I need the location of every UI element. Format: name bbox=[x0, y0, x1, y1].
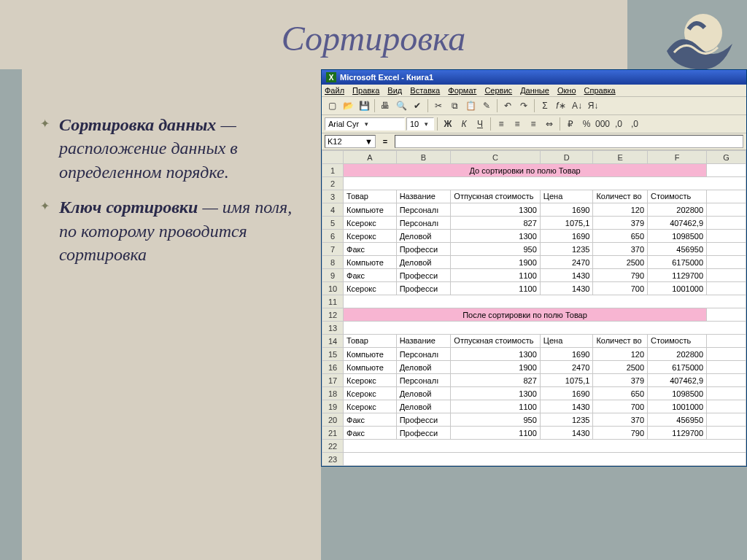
row-header[interactable]: 8 bbox=[322, 256, 344, 269]
function-icon[interactable]: f∗ bbox=[554, 98, 568, 113]
table-row: 5КсероксПерсоналı8271075,1379407462,9 bbox=[322, 217, 746, 230]
col-G[interactable]: G bbox=[707, 151, 746, 164]
percent-icon[interactable]: % bbox=[579, 117, 594, 131]
row-header[interactable]: 16 bbox=[322, 361, 344, 374]
row-header[interactable]: 19 bbox=[322, 400, 344, 413]
slide-body: Сортировка данных — расположение данных … bbox=[40, 113, 310, 278]
name-box-value: K12 bbox=[328, 137, 342, 146]
row-header[interactable]: 6 bbox=[322, 230, 344, 243]
font-name-value: Arial Cyr bbox=[328, 120, 359, 128]
sort-asc-icon[interactable]: А↓ bbox=[570, 98, 584, 113]
menu-data[interactable]: Данные bbox=[520, 86, 549, 95]
redo-icon[interactable]: ↷ bbox=[516, 98, 531, 113]
select-all-cell[interactable] bbox=[322, 151, 344, 164]
col-E[interactable]: E bbox=[593, 151, 648, 164]
table-row: 10КсероксПрофесси110014307001001000 bbox=[322, 282, 746, 295]
table-row: 7ФаксПрофесси9501235370456950 bbox=[322, 243, 746, 256]
row-header[interactable]: 7 bbox=[322, 243, 344, 256]
paste-icon[interactable]: 📋 bbox=[463, 98, 478, 113]
copy-icon[interactable]: ⧉ bbox=[447, 98, 462, 113]
table-header-before: 3 Товар Название Отпускная стоимость Цен… bbox=[322, 190, 746, 203]
dec-decimal-icon[interactable]: ,0 bbox=[627, 117, 642, 131]
menu-tools[interactable]: Сервис bbox=[484, 86, 512, 95]
window-titlebar[interactable]: X Microsoft Excel - Книга1 bbox=[322, 70, 746, 85]
bullet-1: Сортировка данных — расположение данных … bbox=[40, 113, 310, 184]
row-header[interactable]: 15 bbox=[322, 348, 344, 361]
font-size-value: 10 bbox=[410, 120, 419, 128]
row-header[interactable]: 5 bbox=[322, 217, 344, 230]
formula-equals[interactable]: = bbox=[379, 137, 392, 146]
sort-desc-icon[interactable]: Я↓ bbox=[586, 98, 600, 113]
menu-help[interactable]: Справка bbox=[584, 86, 616, 95]
preview-icon[interactable]: 🔍 bbox=[394, 98, 409, 113]
after-title[interactable]: После сортировки по полю Товар bbox=[344, 308, 707, 322]
col-B[interactable]: B bbox=[396, 151, 451, 164]
menu-bar: Файл Правка Вид Вставка Формат Сервис Да… bbox=[322, 85, 746, 97]
print-icon[interactable]: 🖶 bbox=[378, 98, 392, 113]
spell-icon[interactable]: ✔ bbox=[410, 98, 425, 113]
merge-icon[interactable]: ⇔ bbox=[542, 117, 557, 131]
menu-format[interactable]: Формат bbox=[448, 86, 476, 95]
col-D[interactable]: D bbox=[540, 151, 593, 164]
menu-edit[interactable]: Правка bbox=[352, 86, 379, 95]
undo-icon[interactable]: ↶ bbox=[500, 98, 515, 113]
menu-file[interactable]: Файл bbox=[325, 86, 344, 95]
bold-icon[interactable]: Ж bbox=[441, 117, 455, 131]
column-headers: A B C D E F G bbox=[322, 151, 746, 164]
align-right-icon[interactable]: ≡ bbox=[526, 117, 541, 131]
table-row: 16КомпьютеДеловой1900247025006175000 bbox=[322, 361, 746, 374]
window-title: Microsoft Excel - Книга1 bbox=[340, 73, 433, 82]
font-size-select[interactable]: 10 ▼ bbox=[406, 117, 434, 131]
comma-icon[interactable]: 000 bbox=[595, 117, 610, 131]
col-F[interactable]: F bbox=[648, 151, 707, 164]
col-C[interactable]: C bbox=[451, 151, 540, 164]
chevron-down-icon: ▼ bbox=[365, 137, 373, 146]
row-header[interactable]: 10 bbox=[322, 282, 344, 295]
new-icon[interactable]: ▢ bbox=[325, 98, 339, 113]
standard-toolbar: ▢ 📂 💾 🖶 🔍 ✔ ✂ ⧉ 📋 ✎ ↶ ↷ Σ f∗ А↓ Я↓ bbox=[322, 97, 746, 115]
table-row: 21ФаксПрофесси110014307901129700 bbox=[322, 427, 746, 440]
before-title[interactable]: До сортировки по полю Товар bbox=[344, 164, 707, 177]
formula-bar: K12 ▼ = bbox=[322, 133, 746, 150]
row-header[interactable]: 20 bbox=[322, 413, 344, 427]
currency-icon[interactable]: ₽ bbox=[563, 117, 578, 131]
italic-icon[interactable]: К bbox=[457, 117, 471, 131]
align-left-icon[interactable]: ≡ bbox=[494, 117, 508, 131]
save-icon[interactable]: 💾 bbox=[357, 98, 371, 113]
row-header[interactable]: 4 bbox=[322, 203, 344, 217]
table-row: 8КомпьютеДеловой1900247025006175000 bbox=[322, 256, 746, 269]
row-header[interactable]: 18 bbox=[322, 387, 344, 400]
bullet-2-term: Ключ сортировки bbox=[59, 198, 198, 217]
menu-view[interactable]: Вид bbox=[387, 86, 402, 95]
underline-icon[interactable]: Ч bbox=[473, 117, 487, 131]
row-header[interactable]: 17 bbox=[322, 374, 344, 387]
font-name-select[interactable]: Arial Cyr ▼ bbox=[325, 117, 405, 131]
table-row: 6КсероксДеловой130016906501098500 bbox=[322, 230, 746, 243]
format-painter-icon[interactable]: ✎ bbox=[479, 98, 494, 113]
menu-window[interactable]: Окно bbox=[557, 86, 576, 95]
table-row: 4КомпьютеПерсоналı13001690120202800 bbox=[322, 203, 746, 217]
formula-input[interactable] bbox=[395, 135, 743, 148]
bullet-1-term: Сортировка данных bbox=[59, 115, 216, 134]
menu-insert[interactable]: Вставка bbox=[410, 86, 440, 95]
spreadsheet-grid[interactable]: A B C D E F G 1 До сортировки по полю То… bbox=[322, 150, 746, 466]
excel-window: X Microsoft Excel - Книга1 Файл Правка В… bbox=[321, 69, 747, 467]
section-header-after: 12 После сортировки по полю Товар bbox=[322, 308, 746, 322]
autosum-icon[interactable]: Σ bbox=[538, 98, 552, 113]
row-header[interactable]: 9 bbox=[322, 269, 344, 282]
open-icon[interactable]: 📂 bbox=[341, 98, 355, 113]
inc-decimal-icon[interactable]: ,0 bbox=[611, 117, 626, 131]
cut-icon[interactable]: ✂ bbox=[431, 98, 446, 113]
align-center-icon[interactable]: ≡ bbox=[510, 117, 525, 131]
col-A[interactable]: A bbox=[344, 151, 397, 164]
section-header-before: 1 До сортировки по полю Товар bbox=[322, 164, 746, 177]
table-row: 17КсероксПерсоналı8271075,1379407462,9 bbox=[322, 374, 746, 387]
table-row: 20ФаксПрофесси9501235370456950 bbox=[322, 413, 746, 427]
row-header[interactable]: 21 bbox=[322, 427, 344, 440]
slide-title: Сортировка bbox=[0, 18, 747, 58]
bullet-2: Ключ сортировки — имя поля, по которому … bbox=[40, 195, 310, 266]
name-box[interactable]: K12 ▼ bbox=[325, 135, 376, 148]
table-row: 19КсероксДеловой110014307001001000 bbox=[322, 400, 746, 413]
table-header-after: 14 Товар Название Отпускная стоимость Це… bbox=[322, 335, 746, 348]
excel-app-icon: X bbox=[326, 72, 336, 82]
